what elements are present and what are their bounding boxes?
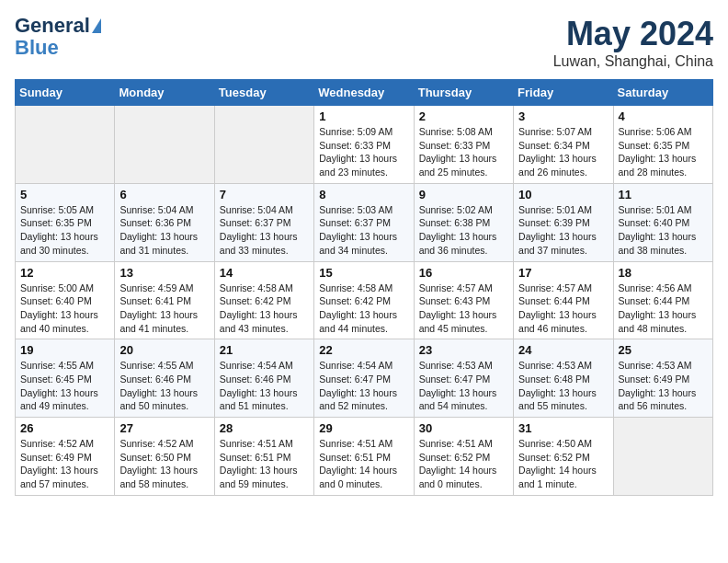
day-number: 19 <box>20 343 109 357</box>
day-cell: 8Sunrise: 5:03 AMSunset: 6:37 PMDaylight… <box>314 183 414 261</box>
week-row-5: 26Sunrise: 4:52 AMSunset: 6:49 PMDayligh… <box>16 418 713 496</box>
day-number: 21 <box>220 343 309 357</box>
day-number: 1 <box>319 109 408 123</box>
day-info: Sunrise: 5:04 AMSunset: 6:37 PMDaylight:… <box>220 203 309 258</box>
week-row-1: 1Sunrise: 5:09 AMSunset: 6:33 PMDaylight… <box>16 106 713 184</box>
day-number: 4 <box>619 109 708 123</box>
day-cell: 14Sunrise: 4:58 AMSunset: 6:42 PMDayligh… <box>214 261 313 339</box>
day-cell: 2Sunrise: 5:08 AMSunset: 6:33 PMDaylight… <box>414 106 513 184</box>
day-info: Sunrise: 4:52 AMSunset: 6:49 PMDaylight:… <box>20 437 109 491</box>
header-cell-monday: Monday <box>115 80 214 106</box>
logo: General Blue <box>15 15 101 59</box>
day-info: Sunrise: 5:05 AMSunset: 6:35 PMDaylight:… <box>20 203 109 258</box>
day-info: Sunrise: 4:58 AMSunset: 6:42 PMDaylight:… <box>319 282 408 336</box>
day-cell: 21Sunrise: 4:54 AMSunset: 6:46 PMDayligh… <box>214 339 313 418</box>
calendar-body: 1Sunrise: 5:09 AMSunset: 6:33 PMDaylight… <box>16 106 713 496</box>
day-cell: 24Sunrise: 4:53 AMSunset: 6:48 PMDayligh… <box>514 339 613 418</box>
day-cell: 3Sunrise: 5:07 AMSunset: 6:34 PMDaylight… <box>514 106 613 184</box>
day-number: 29 <box>319 421 408 435</box>
day-number: 25 <box>619 343 708 357</box>
day-cell: 12Sunrise: 5:00 AMSunset: 6:40 PMDayligh… <box>16 261 115 339</box>
subtitle: Luwan, Shanghai, China <box>553 53 713 70</box>
header-cell-tuesday: Tuesday <box>214 80 313 106</box>
header-cell-wednesday: Wednesday <box>314 80 414 106</box>
title-block: May 2024 Luwan, Shanghai, China <box>553 15 713 70</box>
day-info: Sunrise: 4:56 AMSunset: 6:44 PMDaylight:… <box>619 282 708 336</box>
day-number: 24 <box>518 343 608 357</box>
day-number: 12 <box>20 266 109 280</box>
day-number: 22 <box>319 343 408 357</box>
day-cell: 29Sunrise: 4:51 AMSunset: 6:51 PMDayligh… <box>314 418 414 496</box>
day-cell: 5Sunrise: 5:05 AMSunset: 6:35 PMDaylight… <box>16 183 115 261</box>
day-number: 31 <box>518 421 608 435</box>
day-info: Sunrise: 5:01 AMSunset: 6:39 PMDaylight:… <box>518 203 608 258</box>
day-cell <box>16 106 115 184</box>
header-cell-saturday: Saturday <box>613 80 712 106</box>
day-info: Sunrise: 4:51 AMSunset: 6:51 PMDaylight:… <box>220 437 309 491</box>
day-info: Sunrise: 4:53 AMSunset: 6:47 PMDaylight:… <box>419 359 508 413</box>
day-cell: 22Sunrise: 4:54 AMSunset: 6:47 PMDayligh… <box>314 339 414 418</box>
page-header: General Blue May 2024 Luwan, Shanghai, C… <box>15 15 713 70</box>
calendar-header: SundayMondayTuesdayWednesdayThursdayFrid… <box>16 80 713 106</box>
day-cell <box>214 106 313 184</box>
day-number: 15 <box>319 266 408 280</box>
day-info: Sunrise: 4:54 AMSunset: 6:46 PMDaylight:… <box>220 359 309 413</box>
day-info: Sunrise: 5:03 AMSunset: 6:37 PMDaylight:… <box>319 203 408 258</box>
day-cell: 25Sunrise: 4:53 AMSunset: 6:49 PMDayligh… <box>613 339 712 418</box>
day-info: Sunrise: 5:02 AMSunset: 6:38 PMDaylight:… <box>419 203 508 258</box>
day-info: Sunrise: 4:57 AMSunset: 6:44 PMDaylight:… <box>518 282 608 336</box>
week-row-2: 5Sunrise: 5:05 AMSunset: 6:35 PMDaylight… <box>16 183 713 261</box>
day-info: Sunrise: 4:51 AMSunset: 6:52 PMDaylight:… <box>419 437 508 491</box>
day-info: Sunrise: 4:54 AMSunset: 6:47 PMDaylight:… <box>319 359 408 413</box>
logo-triangle-icon <box>92 18 101 33</box>
day-info: Sunrise: 4:57 AMSunset: 6:43 PMDaylight:… <box>419 282 508 336</box>
day-cell: 16Sunrise: 4:57 AMSunset: 6:43 PMDayligh… <box>414 261 513 339</box>
day-number: 30 <box>419 421 508 435</box>
day-info: Sunrise: 4:53 AMSunset: 6:48 PMDaylight:… <box>518 359 608 413</box>
day-number: 23 <box>419 343 508 357</box>
week-row-3: 12Sunrise: 5:00 AMSunset: 6:40 PMDayligh… <box>16 261 713 339</box>
day-cell: 28Sunrise: 4:51 AMSunset: 6:51 PMDayligh… <box>214 418 313 496</box>
header-cell-friday: Friday <box>514 80 613 106</box>
day-number: 5 <box>20 188 109 201</box>
day-cell <box>613 418 712 496</box>
day-cell: 1Sunrise: 5:09 AMSunset: 6:33 PMDaylight… <box>314 106 414 184</box>
day-number: 9 <box>419 188 508 201</box>
day-number: 20 <box>119 343 209 357</box>
day-info: Sunrise: 4:50 AMSunset: 6:52 PMDaylight:… <box>518 437 608 491</box>
day-info: Sunrise: 5:04 AMSunset: 6:36 PMDaylight:… <box>119 203 209 258</box>
day-number: 18 <box>619 266 708 280</box>
day-cell: 7Sunrise: 5:04 AMSunset: 6:37 PMDaylight… <box>214 183 313 261</box>
day-number: 26 <box>20 421 109 435</box>
header-cell-thursday: Thursday <box>414 80 513 106</box>
day-cell: 30Sunrise: 4:51 AMSunset: 6:52 PMDayligh… <box>414 418 513 496</box>
day-cell: 18Sunrise: 4:56 AMSunset: 6:44 PMDayligh… <box>613 261 712 339</box>
day-info: Sunrise: 4:58 AMSunset: 6:42 PMDaylight:… <box>220 282 309 336</box>
day-info: Sunrise: 5:09 AMSunset: 6:33 PMDaylight:… <box>319 125 408 179</box>
day-cell: 20Sunrise: 4:55 AMSunset: 6:46 PMDayligh… <box>115 339 214 418</box>
day-number: 11 <box>619 188 708 201</box>
day-info: Sunrise: 4:55 AMSunset: 6:45 PMDaylight:… <box>20 359 109 413</box>
day-info: Sunrise: 5:06 AMSunset: 6:35 PMDaylight:… <box>619 125 708 179</box>
logo-text-blue: Blue <box>15 37 59 59</box>
day-info: Sunrise: 4:59 AMSunset: 6:41 PMDaylight:… <box>119 282 209 336</box>
day-number: 2 <box>419 109 508 123</box>
day-cell: 6Sunrise: 5:04 AMSunset: 6:36 PMDaylight… <box>115 183 214 261</box>
day-info: Sunrise: 5:07 AMSunset: 6:34 PMDaylight:… <box>518 125 608 179</box>
day-cell: 17Sunrise: 4:57 AMSunset: 6:44 PMDayligh… <box>514 261 613 339</box>
day-cell: 13Sunrise: 4:59 AMSunset: 6:41 PMDayligh… <box>115 261 214 339</box>
day-cell <box>115 106 214 184</box>
day-cell: 10Sunrise: 5:01 AMSunset: 6:39 PMDayligh… <box>514 183 613 261</box>
day-cell: 19Sunrise: 4:55 AMSunset: 6:45 PMDayligh… <box>16 339 115 418</box>
day-cell: 15Sunrise: 4:58 AMSunset: 6:42 PMDayligh… <box>314 261 414 339</box>
day-info: Sunrise: 4:52 AMSunset: 6:50 PMDaylight:… <box>119 437 209 491</box>
day-cell: 11Sunrise: 5:01 AMSunset: 6:40 PMDayligh… <box>613 183 712 261</box>
calendar-table: SundayMondayTuesdayWednesdayThursdayFrid… <box>15 79 713 496</box>
day-number: 7 <box>220 188 309 201</box>
day-number: 13 <box>119 266 209 280</box>
main-title: May 2024 <box>553 15 713 53</box>
day-info: Sunrise: 5:01 AMSunset: 6:40 PMDaylight:… <box>619 203 708 258</box>
day-info: Sunrise: 5:00 AMSunset: 6:40 PMDaylight:… <box>20 282 109 336</box>
day-info: Sunrise: 5:08 AMSunset: 6:33 PMDaylight:… <box>419 125 508 179</box>
day-cell: 23Sunrise: 4:53 AMSunset: 6:47 PMDayligh… <box>414 339 513 418</box>
